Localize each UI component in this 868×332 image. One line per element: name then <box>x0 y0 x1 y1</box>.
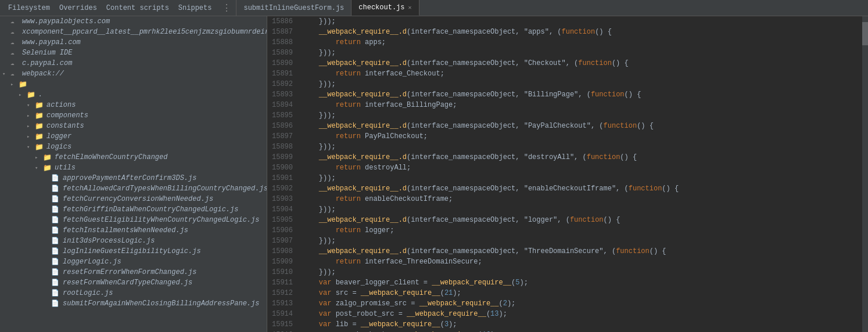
code-line: })); <box>302 267 858 277</box>
code-line: var lib = __webpack_require__(3); <box>302 319 858 330</box>
file-icon: 📄 <box>51 248 59 255</box>
sidebar-label-9: components <box>46 111 88 120</box>
line-number: 15896 <box>272 121 293 131</box>
sidebar-item-18[interactable]: 📄fetchGriffinDataWhenCountryChangedLogic… <box>0 204 267 215</box>
file-icon: 📄 <box>51 185 59 192</box>
sidebar-label-0: www.paypalobjects.com <box>22 17 110 26</box>
folder-icon: 📁 <box>35 143 44 151</box>
line-number: 15897 <box>272 131 293 142</box>
right-scrollbar[interactable] <box>862 16 868 332</box>
editor-area: 1588615887158881588915890158911589215893… <box>267 16 868 332</box>
sidebar-item-22[interactable]: 📄logInlineGuestEligibilityLogic.js <box>0 246 267 257</box>
more-icon[interactable]: ⋮ <box>222 2 231 14</box>
folder-icon: 📁 <box>43 164 52 172</box>
line-number: 15907 <box>272 236 293 246</box>
code-line: return apps; <box>302 37 858 48</box>
sidebar-label-13: fetchElmoWhenCountryChanged <box>55 153 167 161</box>
sidebar-label-27: submitFormAgainWhenClosingBillingAddress… <box>63 299 259 308</box>
code-line: var src = __webpack_require__(21); <box>302 288 858 298</box>
sidebar-item-26[interactable]: 📄rootLogic.js <box>0 288 267 298</box>
sidebar-label-11: logger <box>46 132 71 140</box>
sidebar-item-23[interactable]: 📄loggerLogic.js <box>0 257 267 267</box>
line-number: 15909 <box>272 257 293 267</box>
code-line: __webpack_require__.d(interface_namespac… <box>302 246 858 257</box>
sidebar-item-10[interactable]: ▸📁constants <box>0 121 267 131</box>
sidebar-label-15: approvePaymentAfterConfirm3DS.js <box>63 174 196 182</box>
cloud-icon: ☁ <box>10 49 15 56</box>
sidebar-item-5[interactable]: ▾☁webpack:// <box>0 68 267 79</box>
menu-snippets[interactable]: Snippets <box>175 2 216 15</box>
cloud-icon: ☁ <box>10 70 15 77</box>
folder-icon: 📁 <box>35 112 44 120</box>
sidebar-label-19: fetchGuestEligibilityWhenCountryChangedL… <box>63 216 259 224</box>
sidebar-item-17[interactable]: 📄fetchCurrencyConversionWhenNeeded.js <box>0 194 267 204</box>
sidebar-item-24[interactable]: 📄resetFormErrorWhenFormChanged.js <box>0 267 267 277</box>
line-number: 15905 <box>272 215 293 225</box>
sidebar-item-1[interactable]: ☁xcomponent__ppcard__latest__pmrhk2leei5… <box>0 27 267 37</box>
code-container[interactable]: 1588615887158881588915890158911589215893… <box>267 16 868 332</box>
file-icon: 📄 <box>51 206 59 213</box>
sidebar-item-11[interactable]: ▸📁logger <box>0 131 267 142</box>
file-icon: 📄 <box>51 175 59 182</box>
sidebar-label-20: fetchInstallmentsWhenNeeded.js <box>63 226 188 234</box>
sidebar-item-25[interactable]: 📄resetFormWhenCardTypeChanged.js <box>0 277 267 288</box>
code-line: __webpack_require__.d(interface_namespac… <box>302 27 858 37</box>
folder-icon: 📁 <box>27 91 35 99</box>
sidebar-item-19[interactable]: 📄fetchGuestEligibilityWhenCountryChanged… <box>0 215 267 225</box>
tab-close-icon[interactable]: ✕ <box>408 4 412 11</box>
sidebar-item-27[interactable]: 📄submitFormAgainWhenClosingBillingAddres… <box>0 298 267 309</box>
menu-filesystem[interactable]: Filesystem <box>5 2 53 15</box>
sidebar-item-8[interactable]: ▾📁actions <box>0 100 267 110</box>
sidebar-label-18: fetchGriffinDataWhenCountryChangedLogic.… <box>63 205 238 214</box>
code-line: })); <box>302 236 858 246</box>
line-number: 15908 <box>272 246 293 257</box>
sidebar-item-16[interactable]: 📄fetchAllowedCardTypesWhenBillingCountry… <box>0 183 267 194</box>
sidebar-item-2[interactable]: ☁www.paypal.com <box>0 37 267 48</box>
sidebar-item-12[interactable]: ▾📁logics <box>0 142 267 152</box>
line-number: 15900 <box>272 163 293 173</box>
sidebar-item-15[interactable]: 📄approvePaymentAfterConfirm3DS.js <box>0 173 267 183</box>
sidebar-label-3: Selenium IDE <box>22 49 72 57</box>
line-number: 15915 <box>272 319 293 330</box>
line-number: 15889 <box>272 48 293 58</box>
tabs-container: submitInlineGuestForm.js checkout.js ✕ <box>236 0 868 16</box>
file-icon: 📄 <box>51 216 59 223</box>
sidebar-label-17: fetchCurrencyConversionWhenNeeded.js <box>63 195 213 203</box>
tab-submit-inline[interactable]: submitInlineGuestForm.js <box>236 0 351 16</box>
code-line: })); <box>302 16 858 27</box>
folder-icon: 📁 <box>35 102 44 110</box>
menu-content-scripts[interactable]: Content scripts <box>103 2 173 15</box>
line-number: 15891 <box>272 68 293 79</box>
code-content: })); __webpack_require__.d(interface_nam… <box>297 16 862 332</box>
sidebar-item-13[interactable]: ▸📁fetchElmoWhenCountryChanged <box>0 152 267 163</box>
code-line: })); <box>302 79 858 89</box>
sidebar-item-4[interactable]: ☁c.paypal.com <box>0 58 267 68</box>
code-line: __webpack_require__.d(interface_namespac… <box>302 89 858 100</box>
sidebar-item-9[interactable]: ▸📁components <box>0 110 267 121</box>
sidebar-item-21[interactable]: 📄init3dsProcessLogic.js <box>0 236 267 246</box>
sidebar-item-0[interactable]: ☁www.paypalobjects.com <box>0 16 267 27</box>
file-icon: 📄 <box>51 237 59 244</box>
sidebar-item-20[interactable]: 📄fetchInstallmentsWhenNeeded.js <box>0 225 267 236</box>
sidebar-label-7: . <box>38 91 42 99</box>
code-line: __webpack_require__.d(interface_namespac… <box>302 121 858 131</box>
sidebar-item-3[interactable]: ☁Selenium IDE <box>0 48 267 58</box>
sidebar-label-1: xcomponent__ppcard__latest__pmrhk2leei5c… <box>22 28 267 36</box>
line-number: 15888 <box>272 37 293 48</box>
menu-overrides[interactable]: Overrides <box>56 2 101 15</box>
main-layout: ☁www.paypalobjects.com☁xcomponent__ppcar… <box>0 16 868 332</box>
tab-checkout[interactable]: checkout.js ✕ <box>351 0 419 16</box>
line-number: 15914 <box>272 309 293 319</box>
cloud-icon: ☁ <box>10 18 15 25</box>
sidebar-label-25: resetFormWhenCardTypeChanged.js <box>63 279 192 287</box>
sidebar-item-14[interactable]: ▾📁utils <box>0 163 267 173</box>
file-icon: 📄 <box>51 300 59 307</box>
sidebar-item-6[interactable]: ▸📁 <box>0 79 267 89</box>
sidebar: ☁www.paypalobjects.com☁xcomponent__ppcar… <box>0 16 267 332</box>
sidebar-item-7[interactable]: ▸📁. <box>0 89 267 100</box>
line-number: 15894 <box>272 100 293 110</box>
line-number: 15906 <box>272 225 293 236</box>
code-line: return destroyAll; <box>302 163 858 173</box>
tab-label-checkout: checkout.js <box>358 3 404 12</box>
line-number: 15892 <box>272 79 293 89</box>
